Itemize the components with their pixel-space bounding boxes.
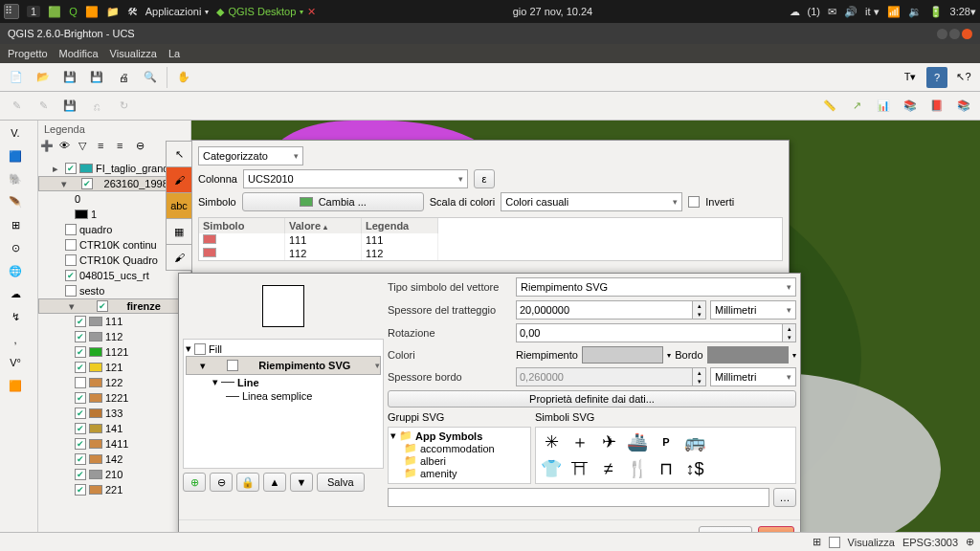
svg-icon[interactable]: ⛩	[567, 456, 593, 481]
move-up-button[interactable]: ▲	[263, 473, 286, 492]
add-postgis-button[interactable]: 🐘	[2, 168, 29, 189]
add-oracle-button[interactable]: ⊙	[2, 237, 29, 258]
legend-item[interactable]: 111	[38, 314, 190, 329]
legend-item[interactable]: 210	[38, 467, 190, 482]
lang-indicator[interactable]: it ▾	[865, 6, 880, 18]
legend-item[interactable]: 141	[38, 421, 190, 436]
category-row[interactable]: 112112	[199, 247, 782, 260]
svg-path-input[interactable]	[388, 488, 769, 507]
category-list[interactable]: Simbolo Valore ▴ Legenda 111111 112112	[198, 217, 783, 261]
svg-icon[interactable]: 🚢	[624, 430, 651, 454]
svg-icon[interactable]: ⊓	[653, 456, 679, 481]
add-wfs-button[interactable]: ↯	[2, 306, 29, 327]
move-down-button[interactable]: ▼	[290, 473, 313, 492]
svg-icon[interactable]: ✈	[595, 430, 622, 454]
composer-manager-button[interactable]: 🔍	[140, 67, 161, 88]
symbol-type-select[interactable]: Riempimento SVG	[516, 277, 796, 297]
save-button[interactable]: 💾	[59, 67, 80, 88]
fill-color-button[interactable]	[582, 346, 663, 364]
help-button[interactable]: ?	[926, 67, 947, 88]
menu-progetto[interactable]: Progetto	[8, 48, 48, 59]
border-color-button[interactable]	[707, 346, 789, 364]
sound-icon[interactable]: 🔉	[908, 6, 922, 18]
svg-icon[interactable]: ≠	[595, 456, 622, 481]
borderwidth-spinner[interactable]: ▴▾	[516, 367, 706, 386]
add-group-button[interactable]: ➕	[40, 140, 57, 157]
add-csv-button[interactable]: ,	[2, 329, 29, 350]
notification-badge[interactable]: (1)	[808, 6, 820, 17]
legend-item[interactable]: 142	[38, 452, 190, 467]
symbol-layer-tree[interactable]: ▾Fill ▾Riempimento SVG ▾Line Linea sempl…	[183, 339, 384, 469]
svg-icon[interactable]: ✳	[538, 430, 565, 454]
add-vector-button[interactable]: V.	[2, 122, 29, 143]
svg-symbol-grid[interactable]: ✳ ＋ ✈ 🚢 P 🚌 👕 ⛩ ≠ 🍴 ⊓	[535, 427, 796, 484]
lock-button[interactable]: 🔒	[236, 473, 259, 492]
legend-item[interactable]: 121	[38, 360, 190, 375]
misc-tool-1[interactable]: 📊	[873, 96, 894, 117]
svg-icon[interactable]: P	[653, 430, 679, 454]
svg-icon[interactable]	[739, 430, 766, 454]
browse-button[interactable]: …	[773, 488, 796, 507]
menu-layer[interactable]: La	[168, 48, 180, 59]
close-button[interactable]	[962, 29, 972, 39]
legend-item[interactable]: 1411	[38, 436, 190, 452]
crs-label[interactable]: EPSG:3003	[902, 537, 958, 548]
svg-icon[interactable]: 🚌	[681, 430, 708, 454]
legend-item[interactable]: 133	[38, 406, 190, 421]
new-project-button[interactable]: 📄	[6, 67, 27, 88]
legend-item[interactable]: 221	[38, 482, 190, 497]
cloud-icon[interactable]: ☁	[790, 6, 800, 18]
open-project-button[interactable]: 📂	[33, 67, 54, 88]
node-tool-button[interactable]: ↗	[846, 96, 867, 117]
volume-icon[interactable]: 🔊	[844, 6, 858, 18]
add-feature-button[interactable]: ⎌	[86, 96, 107, 117]
wifi-icon[interactable]: 📶	[887, 6, 901, 18]
legend-item[interactable]: 112	[38, 329, 190, 344]
svg-icon[interactable]: ＋	[567, 430, 593, 454]
qgis-menu[interactable]: ◆ QGIS Desktop ▾ ✕	[216, 6, 316, 18]
data-defined-button[interactable]: Proprietà definite dai dati...	[388, 390, 796, 408]
remove-layer-button[interactable]: ⊖	[210, 473, 233, 492]
save-as-button[interactable]: 💾	[86, 67, 107, 88]
hatch-unit-select[interactable]: Millimetri	[710, 300, 796, 320]
collapse-button[interactable]: ≡	[117, 140, 134, 157]
misc-tool-3[interactable]: 📕	[926, 96, 947, 117]
add-raster-button[interactable]: 🟦	[2, 145, 29, 166]
legend-item[interactable]: 1221	[38, 390, 190, 406]
tab-rendering[interactable]: 🖌	[166, 244, 192, 271]
remove-button[interactable]: ⊖	[136, 140, 153, 157]
add-layer-button[interactable]: ⊕	[183, 473, 206, 492]
svg-icon[interactable]	[710, 430, 737, 454]
workspace-indicator[interactable]: 1	[27, 6, 40, 17]
new-layer-button[interactable]: V°	[2, 352, 29, 373]
renderer-select[interactable]: Categorizzato	[198, 146, 303, 165]
move-feature-button[interactable]: ↻	[113, 96, 134, 117]
applications-menu[interactable]: Applicazioni ▾	[145, 6, 210, 17]
minimize-button[interactable]	[937, 29, 947, 39]
expand-button[interactable]: ≡	[98, 140, 115, 157]
print-composer-button[interactable]: 🖨	[113, 67, 134, 88]
layer-group-button[interactable]: 🟧	[2, 375, 29, 396]
edit-button[interactable]: ✎	[33, 96, 54, 117]
tab-fields[interactable]: ▦	[166, 218, 192, 245]
measure-button[interactable]: 📏	[819, 96, 840, 117]
salva-button[interactable]: Salva	[317, 473, 365, 492]
tab-general[interactable]: ↖	[166, 141, 192, 167]
filter-button[interactable]: ▽	[78, 140, 96, 157]
legend-item[interactable]: ▾firenze	[38, 298, 190, 314]
add-wms-button[interactable]: 🌐	[2, 260, 29, 281]
svg-icon[interactable]: 👕	[538, 456, 565, 481]
invert-checkbox[interactable]	[688, 196, 700, 208]
misc-tool-2[interactable]: 📚	[900, 96, 921, 117]
crs-button[interactable]: ⊕	[966, 536, 974, 548]
add-wcs-button[interactable]: ☁	[2, 283, 29, 304]
save-edits-button[interactable]: 💾	[59, 96, 80, 117]
mail-icon[interactable]: ✉	[828, 6, 836, 18]
time-indicator[interactable]: 3:28▾	[950, 6, 976, 18]
svg-icon[interactable]: 🍴	[624, 456, 651, 481]
visibility-button[interactable]: 👁	[59, 140, 77, 157]
add-spatialite-button[interactable]: 🪶	[2, 191, 29, 212]
pencil-button[interactable]: ✎	[6, 96, 27, 117]
legend-item[interactable]: 122	[38, 375, 190, 390]
rotation-spinner[interactable]: ▴▾	[516, 323, 796, 342]
